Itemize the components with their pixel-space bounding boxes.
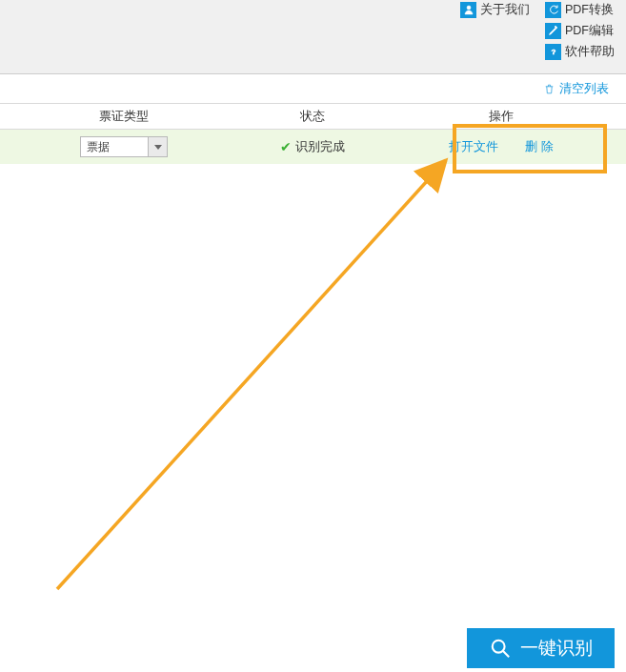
type-select-value[interactable] — [81, 137, 148, 156]
help-link[interactable]: ? 软件帮助 — [545, 42, 615, 61]
cell-type — [0, 136, 248, 157]
svg-line-2 — [57, 160, 446, 589]
header-op: 操作 — [376, 108, 626, 125]
table-row: ✔ 识别完成 打开文件 删 除 — [0, 130, 626, 164]
svg-point-3 — [492, 641, 504, 653]
clear-list-button[interactable]: 清空列表 — [0, 74, 626, 103]
delete-button[interactable]: 删 除 — [525, 138, 554, 155]
trash-icon — [543, 83, 555, 95]
person-icon — [460, 2, 476, 18]
pdf-convert-label: PDF转换 — [565, 2, 614, 18]
svg-point-0 — [467, 6, 471, 10]
about-us-link[interactable]: 关于我们 — [460, 0, 530, 19]
svg-line-4 — [502, 651, 508, 657]
help-label: 软件帮助 — [565, 44, 615, 60]
refresh-icon — [545, 2, 561, 18]
pdf-edit-label: PDF编辑 — [565, 23, 614, 39]
question-icon: ? — [545, 44, 561, 60]
top-bar: 关于我们 PDF转换 PDF编辑 ? 软件帮助 — [0, 0, 626, 74]
pdf-convert-link[interactable]: PDF转换 — [545, 0, 615, 19]
status-text: 识别完成 — [295, 138, 345, 155]
about-us-label: 关于我们 — [480, 2, 530, 18]
type-select[interactable] — [80, 136, 168, 157]
search-icon — [490, 638, 511, 659]
open-file-button[interactable]: 打开文件 — [449, 138, 498, 155]
svg-text:?: ? — [551, 48, 555, 56]
cell-status: ✔ 识别完成 — [248, 138, 376, 155]
pencil-icon — [545, 23, 561, 39]
table-header: 票证类型 状态 操作 — [0, 103, 626, 130]
top-links: 关于我们 PDF转换 PDF编辑 ? 软件帮助 — [460, 0, 615, 61]
cell-op: 打开文件 删 除 — [376, 138, 626, 155]
header-status: 状态 — [248, 108, 376, 125]
check-icon: ✔ — [280, 139, 292, 154]
chevron-down-icon[interactable] — [148, 137, 167, 156]
clear-list-label: 清空列表 — [559, 80, 609, 97]
recognize-label: 一键识别 — [520, 636, 593, 661]
pdf-edit-link[interactable]: PDF编辑 — [545, 21, 615, 40]
recognize-button[interactable]: 一键识别 — [467, 628, 615, 668]
header-type: 票证类型 — [0, 108, 248, 125]
